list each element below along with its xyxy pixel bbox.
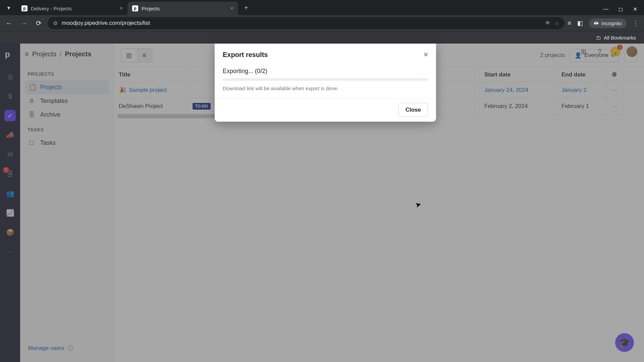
tab-title: Delivery - Projects <box>31 6 72 11</box>
window-controls: — ◻ ✕ <box>603 6 644 12</box>
tab-title: Projects <box>142 6 160 11</box>
export-hint: Download link will be available when exp… <box>223 85 428 91</box>
close-window-icon[interactable]: ✕ <box>633 6 637 12</box>
toolbar-icons: ≡ ◧ 🕶 Incognito ⋮ <box>568 18 641 28</box>
favicon-icon: p <box>21 5 28 11</box>
tab-search-button[interactable]: ▾ <box>3 2 15 14</box>
close-icon[interactable]: × <box>120 5 123 11</box>
export-status: Exporting... (0/2) <box>223 68 428 75</box>
close-button[interactable]: Close <box>398 103 428 117</box>
minimize-icon[interactable]: — <box>603 6 608 12</box>
new-tab-button[interactable]: + <box>240 2 252 14</box>
forward-button[interactable]: → <box>18 17 30 29</box>
tab-projects[interactable]: p Projects × <box>127 2 238 15</box>
site-settings-icon[interactable]: ⚙ <box>53 20 58 26</box>
url-bar[interactable]: ⚙ moodjoy.pipedrive.com/projects/list 👁 … <box>48 17 565 29</box>
maximize-icon[interactable]: ◻ <box>619 6 623 12</box>
incognito-badge[interactable]: 🕶 Incognito <box>589 18 627 28</box>
tab-strip: ▾ p Delivery - Projects × p Projects × +… <box>0 0 644 15</box>
close-icon[interactable]: × <box>424 50 428 59</box>
close-icon[interactable]: × <box>230 5 233 11</box>
eye-off-icon[interactable]: 👁 <box>545 20 550 26</box>
back-button[interactable]: ← <box>3 17 15 29</box>
sidepanel-icon[interactable]: ◧ <box>577 19 583 27</box>
menu-icon[interactable]: ⋮ <box>633 19 639 27</box>
dialog-header: Export results × <box>215 44 436 66</box>
tab-delivery[interactable]: p Delivery - Projects × <box>17 2 127 15</box>
incognito-icon: 🕶 <box>594 20 599 26</box>
address-bar-row: ← → ⟳ ⚙ moodjoy.pipedrive.com/projects/l… <box>0 15 644 31</box>
url-text: moodjoy.pipedrive.com/projects/list <box>62 20 150 26</box>
dialog-title: Export results <box>223 51 268 59</box>
export-progress-bar <box>223 78 428 81</box>
incognito-label: Incognito <box>601 20 622 26</box>
all-bookmarks-button[interactable]: All Bookmarks <box>604 35 636 41</box>
dialog-body: Exporting... (0/2) Download link will be… <box>215 66 436 98</box>
browser-chrome: ▾ p Delivery - Projects × p Projects × +… <box>0 0 644 44</box>
export-results-dialog: Export results × Exporting... (0/2) Down… <box>215 44 436 122</box>
reload-button[interactable]: ⟳ <box>33 17 44 29</box>
star-icon[interactable]: ☆ <box>554 20 559 26</box>
app-viewport: p ◎ $ ✓ 📣 ✉ 7🗄 👥 📈 📦 ⋯ ≡ Projects / Proj… <box>0 44 644 362</box>
favicon-icon: p <box>132 5 138 11</box>
bookmarks-bar: 🗀 All Bookmarks <box>0 31 644 44</box>
dialog-footer: Close <box>215 98 436 122</box>
folder-icon: 🗀 <box>596 35 601 41</box>
extensions-icon[interactable]: ≡ <box>568 20 572 27</box>
